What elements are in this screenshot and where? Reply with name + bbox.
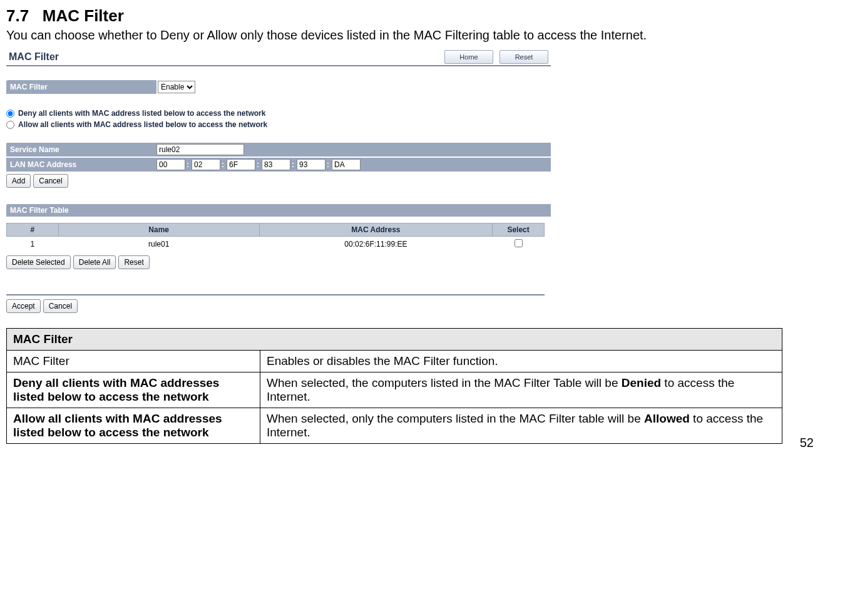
desc-header-row: MAC Filter [7,329,782,351]
cell-select [493,237,545,252]
cell-name: rule01 [58,237,259,252]
desc-r3-left: Allow all clients with MAC addresses lis… [7,408,260,444]
th-name: Name [58,223,259,237]
row-select-checkbox[interactable] [515,239,523,247]
home-button[interactable]: Home [444,50,493,64]
desc-header: MAC Filter [7,329,782,351]
allow-radio-row[interactable]: Allow all clients with MAC address liste… [6,119,551,130]
delete-selected-button[interactable]: Delete Selected [6,255,71,269]
desc-r3-right: When selected, only the computers listed… [260,408,782,444]
deny-radio-row[interactable]: Deny all clients with MAC address listed… [6,108,551,119]
add-cancel-row: Add Cancel [6,174,551,188]
desc-row-1: MAC Filter Enables or disables the MAC F… [7,351,782,372]
cancel-button-bottom[interactable]: Cancel [43,299,78,313]
accept-cancel-row: Accept Cancel [6,299,551,313]
mac-input-group: : : : : : [156,159,361,170]
allow-radio-label: Allow all clients with MAC address liste… [18,120,267,129]
mac-octet-6[interactable] [332,159,361,170]
mac-octet-5[interactable] [297,159,325,170]
service-name-label: Service Name [10,145,156,154]
service-name-row: Service Name [6,141,551,157]
desc-row-3: Allow all clients with MAC addresses lis… [7,408,782,444]
desc-r1-right: Enables or disables the MAC Filter funct… [260,351,782,372]
cancel-button[interactable]: Cancel [33,174,68,188]
page-title: MAC Filter [9,51,59,63]
section-name: MAC Filter [43,6,124,25]
mac-octet-2[interactable] [192,159,220,170]
desc-r2-right: When selected, the computers listed in t… [260,372,782,408]
reset-button[interactable]: Reset [499,50,548,64]
desc-row-2: Deny all clients with MAC addresses list… [7,372,782,408]
description-table: MAC Filter MAC Filter Enables or disable… [6,328,782,444]
deny-radio[interactable] [6,110,14,118]
mac-filter-table-title: MAC Filter Table [6,204,551,217]
table-header-row: # Name MAC Address Select [7,223,545,237]
section-number: 7.7 [6,6,29,25]
table-row: 1 rule01 00:02:6F:11:99:EE [7,237,545,252]
top-buttons: Home Reset [444,50,548,64]
mac-filter-table: # Name MAC Address Select 1 rule01 00:02… [6,223,545,252]
lan-mac-row: LAN MAC Address : : : : : [6,157,551,172]
mac-octet-4[interactable] [262,159,290,170]
divider [6,294,545,295]
mac-octet-1[interactable] [156,159,185,170]
allow-radio[interactable] [6,121,14,129]
cell-mac: 00:02:6F:11:99:EE [259,237,493,252]
desc-r2-left: Deny all clients with MAC addresses list… [7,372,260,408]
th-num: # [7,223,59,237]
reset-table-button[interactable]: Reset [118,255,149,269]
mac-filter-label: MAC Filter [10,83,156,91]
screenshot-header: MAC Filter Home Reset [6,48,551,66]
router-screenshot: MAC Filter Home Reset MAC Filter Enable … [6,48,551,313]
service-block: Service Name LAN MAC Address : : : : : A… [6,141,551,188]
deny-radio-label: Deny all clients with MAC address listed… [18,109,265,118]
cell-num: 1 [7,237,59,252]
table-buttons: Delete Selected Delete All Reset [6,255,551,269]
mac-filter-row: MAC Filter Enable [6,80,551,94]
add-button[interactable]: Add [6,174,31,188]
th-mac: MAC Address [259,223,493,237]
section-intro: You can choose whether to Deny or Allow … [6,28,814,43]
service-name-input[interactable] [156,144,244,155]
th-select: Select [493,223,545,237]
mac-filter-select[interactable]: Enable [158,81,195,93]
mode-radio-group: Deny all clients with MAC address listed… [6,108,551,130]
page-number: 52 [800,436,814,450]
mac-octet-3[interactable] [227,159,255,170]
section-title: 7.7 MAC Filter [6,6,814,26]
delete-all-button[interactable]: Delete All [73,255,116,269]
accept-button[interactable]: Accept [6,299,41,313]
desc-r1-left: MAC Filter [7,351,260,372]
lan-mac-label: LAN MAC Address [10,160,156,169]
